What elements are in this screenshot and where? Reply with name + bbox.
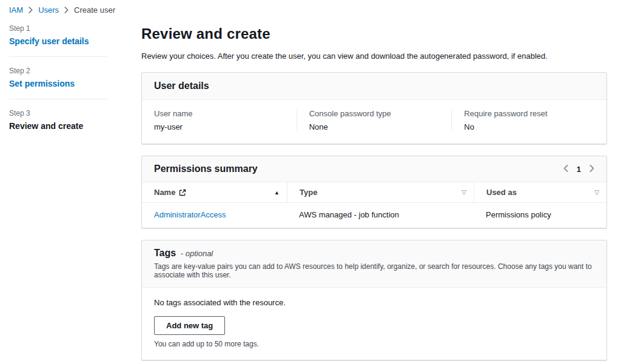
- cell-type: AWS managed - job function: [287, 203, 474, 228]
- sort-ascending-icon: ▲: [274, 190, 280, 196]
- pagination-next-button[interactable]: [589, 165, 594, 174]
- user-details-body: User name my-user Console password type …: [142, 100, 606, 144]
- wizard-step-1: Step 1 Specify user details: [9, 24, 107, 46]
- tags-header: Tags - optional Tags are key-value pairs…: [142, 240, 606, 288]
- column-header-name[interactable]: Name ▲: [142, 182, 287, 202]
- wizard-step-2: Step 2 Set permissions: [9, 67, 107, 88]
- permissions-summary-header: Permissions summary 1: [142, 156, 606, 182]
- chevron-right-icon: [29, 7, 33, 13]
- column-label: Name: [154, 188, 175, 197]
- user-details-panel: User details User name my-user Console p…: [141, 72, 607, 144]
- cell-used-as: Permissions policy: [474, 203, 606, 228]
- cell-name: AdministratorAccess: [142, 203, 287, 228]
- column-label: Used as: [486, 188, 517, 197]
- step-number-label: Step 3: [9, 109, 107, 117]
- permissions-table-header: Name ▲ Type ▽ Used as ▽: [142, 182, 606, 203]
- pagination-page-1-button[interactable]: 1: [577, 165, 581, 174]
- chevron-right-icon: [589, 165, 594, 174]
- tags-empty-text: No tags associated with the resource.: [154, 298, 594, 307]
- field-user-name: User name my-user: [142, 109, 297, 131]
- pagination-previous-button[interactable]: [563, 165, 568, 174]
- permissions-summary-panel: Permissions summary 1 Name: [141, 156, 607, 228]
- policy-link-administratoraccess[interactable]: AdministratorAccess: [154, 210, 226, 219]
- page-title: Review and create: [141, 25, 607, 42]
- field-console-password-type: Console password type None: [297, 109, 452, 131]
- column-label: Type: [300, 188, 317, 197]
- user-details-header: User details: [142, 73, 606, 100]
- tags-title: Tags: [154, 248, 176, 258]
- field-label: User name: [154, 109, 284, 118]
- step-number-label: Step 2: [9, 67, 107, 75]
- pagination: 1: [563, 165, 594, 174]
- breadcrumb-link-iam[interactable]: IAM: [9, 5, 23, 15]
- wizard-steps-nav: Step 1 Specify user details Step 2 Set p…: [9, 24, 107, 131]
- breadcrumb: IAM Users Create user: [9, 5, 115, 15]
- wizard-step-3: Step 3 Review and create: [9, 109, 107, 131]
- main-content: Review and create Review your choices. A…: [141, 25, 607, 364]
- tags-body: No tags associated with the resource. Ad…: [142, 288, 606, 360]
- field-label: Console password type: [309, 109, 440, 118]
- field-value: my-user: [154, 122, 284, 131]
- field-require-password-reset: Require password reset No: [451, 109, 606, 131]
- divider: [9, 56, 107, 57]
- sidebar-step-set-permissions[interactable]: Set permissions: [9, 79, 107, 88]
- field-value: None: [309, 122, 440, 131]
- chevron-left-icon: [563, 165, 568, 174]
- column-header-used-as[interactable]: Used as ▽: [474, 182, 606, 202]
- field-value: No: [464, 122, 594, 131]
- external-link-icon: [179, 189, 186, 196]
- add-new-tag-button[interactable]: Add new tag: [154, 316, 225, 335]
- user-details-title: User details: [154, 81, 209, 91]
- tags-description: Tags are key-value pairs you can add to …: [154, 262, 594, 279]
- chevron-right-icon: [64, 7, 69, 13]
- breadcrumb-link-users[interactable]: Users: [38, 5, 59, 15]
- step-number-label: Step 1: [9, 24, 107, 33]
- page-description: Review your choices. After you create th…: [141, 51, 607, 61]
- tags-panel: Tags - optional Tags are key-value pairs…: [141, 240, 607, 360]
- sortable-icon: ▽: [594, 189, 599, 196]
- sidebar-step-specify-user-details[interactable]: Specify user details: [9, 36, 107, 46]
- field-label: Require password reset: [464, 109, 594, 118]
- column-header-type[interactable]: Type ▽: [287, 182, 474, 202]
- table-row: AdministratorAccess AWS managed - job fu…: [142, 203, 606, 228]
- sidebar-step-review-and-create: Review and create: [9, 121, 107, 131]
- divider: [9, 99, 107, 99]
- permissions-summary-title: Permissions summary: [154, 164, 258, 174]
- tags-limit-text: You can add up to 50 more tags.: [154, 340, 594, 348]
- sortable-icon: ▽: [462, 189, 466, 196]
- breadcrumb-current: Create user: [74, 5, 115, 15]
- tags-optional-label: - optional: [181, 249, 213, 258]
